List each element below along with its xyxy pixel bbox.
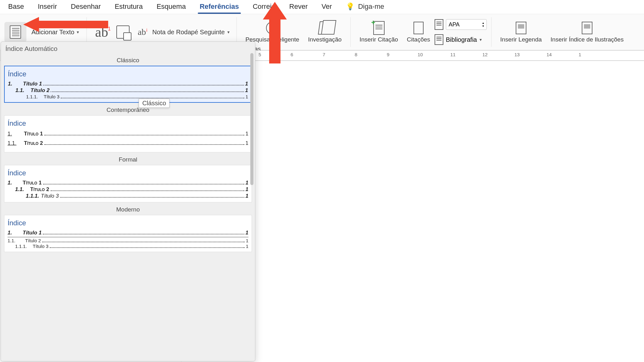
ruler-tick: 7: [323, 52, 325, 57]
gallery-scrollbar[interactable]: [250, 53, 254, 229]
tab-esquema[interactable]: Esquema: [150, 1, 193, 13]
add-text-label: Adicionar Texto: [31, 29, 74, 36]
ruler-tick: 9: [387, 52, 389, 57]
ruler-tick: 14: [547, 52, 552, 57]
notes-pane-icon[interactable]: [116, 25, 130, 39]
gallery-option-label: Clássico: [1, 55, 255, 66]
tab-ver[interactable]: Ver: [314, 1, 339, 13]
gallery-option-label: Moderno: [1, 204, 255, 215]
preview-row: 1.1.1.Título 31: [8, 244, 248, 249]
tab-desenhar[interactable]: Desenhar: [64, 1, 108, 13]
style-icon: [435, 19, 443, 30]
preview-row: 1.Título 11: [8, 180, 248, 186]
ruler-tick: 13: [514, 52, 520, 57]
preview-row: 1.Título 11: [8, 131, 248, 137]
book-icon: [318, 21, 332, 35]
preview-row: 1.1.1.Título 31: [8, 94, 248, 99]
preview-heading: Índice: [8, 70, 248, 78]
preview-row: 1.1.Título 21: [8, 238, 248, 243]
next-footnote-label: Nota de Rodapé Seguinte: [152, 29, 225, 36]
gallery-option-label: Formal: [1, 154, 255, 165]
preview-row: 1.Título 11: [8, 230, 248, 236]
add-text-dropdown[interactable]: Adicionar Texto ▾: [28, 27, 82, 38]
tab-tellme[interactable]: 💡 Diga-me: [339, 1, 391, 13]
insert-citation-icon: [373, 21, 385, 35]
chevron-down-icon: ▾: [227, 30, 230, 35]
info-icon: [266, 22, 279, 34]
table-of-contents-button[interactable]: [4, 22, 26, 42]
insert-endnote-icon[interactable]: abi: [134, 27, 150, 37]
tab-correio[interactable]: Correio: [246, 1, 282, 13]
ruler-tick: 12: [482, 52, 488, 57]
preview-row: 1.Título 11: [8, 81, 248, 87]
preview-row: 1.1.Título 21: [8, 140, 248, 146]
citation-style-value: APA: [449, 21, 460, 28]
stepper-icon: ▴▾: [481, 21, 484, 28]
tab-base[interactable]: Base: [1, 1, 31, 13]
caption-icon: [516, 22, 526, 34]
ruler-tick: 10: [418, 52, 423, 57]
chevron-down-icon: ▾: [480, 37, 482, 42]
bibliography-label: Bibliografia: [446, 36, 477, 43]
gallery-option-contemporâneo[interactable]: Índice1.Título 111.1.Título 21: [4, 115, 252, 152]
insert-citation-label: Inserir Citação: [359, 36, 398, 43]
lightbulb-icon: 💡: [346, 3, 356, 10]
tellme-label: Diga-me: [358, 3, 384, 10]
bibliography-icon: [435, 34, 443, 45]
figures-index-icon: [582, 22, 592, 34]
preview-heading: Índice: [8, 219, 248, 227]
ribbon-tabs: Base Inserir Desenhar Estrutura Esquema …: [0, 0, 644, 14]
gallery-title: Índice Automático: [1, 42, 255, 55]
gallery-option-clássico[interactable]: Índice1.Título 111.1.Título 211.1.1.Títu…: [4, 66, 252, 103]
insert-caption-button[interactable]: Inserir Legenda: [496, 21, 546, 43]
insert-figures-index-label: Inserir Índice de Ilustrações: [551, 36, 624, 43]
toc-icon: [10, 25, 21, 39]
next-footnote-dropdown[interactable]: Nota de Rodapé Seguinte ▾: [150, 29, 232, 36]
ruler-tick: 6: [291, 52, 293, 57]
preview-heading: Índice: [8, 119, 248, 128]
ruler-tick: 11: [450, 52, 456, 57]
insert-footnote-icon[interactable]: ab1: [91, 24, 112, 40]
citation-style-selector[interactable]: APA ▴▾: [435, 19, 487, 30]
researcher-button[interactable]: Investigação: [304, 21, 346, 43]
gallery-tooltip: Clássico: [139, 99, 169, 108]
tab-inserir[interactable]: Inserir: [31, 1, 64, 13]
gallery-option-label: Contemporâneo: [1, 105, 255, 115]
smart-lookup-button[interactable]: Pesquisa Inteligente: [241, 21, 304, 43]
researcher-label: Investigação: [308, 36, 342, 43]
tab-rever[interactable]: Rever: [282, 1, 315, 13]
insert-figures-index-button[interactable]: Inserir Índice de Ilustrações: [546, 21, 628, 43]
citations-icon: [414, 22, 424, 34]
insert-citation-button[interactable]: Inserir Citação: [355, 21, 402, 43]
citations-button[interactable]: Citações: [402, 21, 435, 43]
gallery-option-moderno[interactable]: Índice1.Título 111.1.Título 211.1.1.Títu…: [4, 215, 252, 252]
chevron-down-icon: ▾: [77, 30, 79, 35]
insert-caption-label: Inserir Legenda: [500, 36, 542, 43]
preview-row: 1.1.1.Título 31: [8, 193, 248, 199]
ruler-tick: 5: [258, 52, 261, 57]
ruler-tick: 8: [355, 52, 357, 57]
citations-label: Citações: [407, 36, 430, 43]
preview-row: 1.1.Título 21: [8, 186, 248, 193]
toc-gallery-dropdown: Índice Automático ClássicoÍndice1.Título…: [1, 41, 255, 361]
preview-heading: Índice: [8, 169, 248, 177]
gallery-option-formal[interactable]: Índice1.Título 111.1.Título 211.1.1.Títu…: [4, 165, 252, 202]
tab-estrutura[interactable]: Estrutura: [108, 1, 150, 13]
ruler-tick: 1: [579, 52, 581, 57]
preview-row: 1.1.Título 21: [8, 87, 248, 94]
bibliography-dropdown[interactable]: Bibliografia ▾: [435, 34, 487, 45]
tab-referencias[interactable]: Referências: [193, 1, 246, 13]
